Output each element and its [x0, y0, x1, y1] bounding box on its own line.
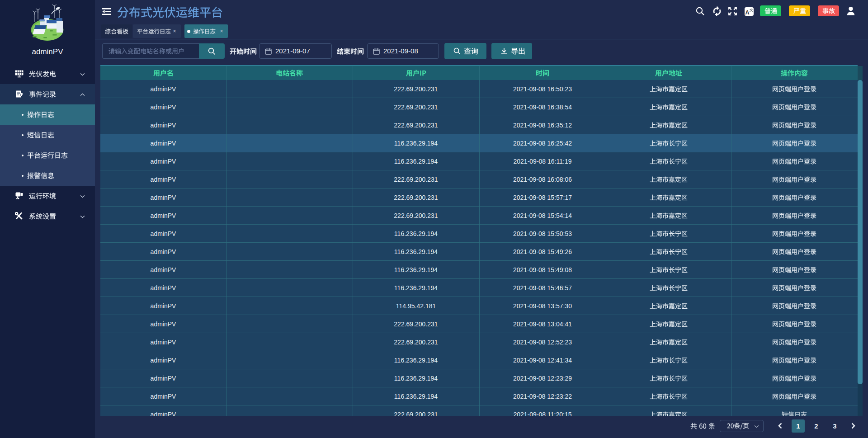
- svg-text:A: A: [745, 9, 749, 16]
